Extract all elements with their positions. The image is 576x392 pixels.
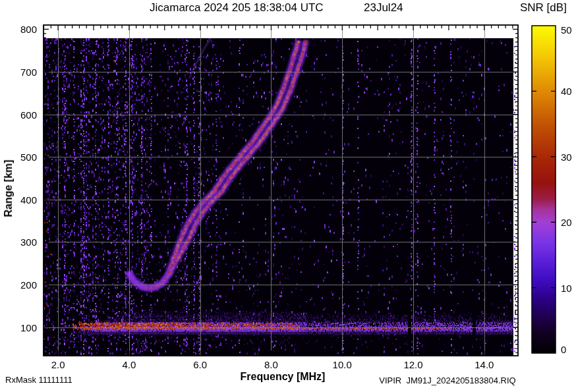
x-tick-label: 4.0 — [122, 360, 136, 370]
colorbar-tick-label: 0 — [561, 345, 566, 354]
x-axis-label: Frequency [MHz] — [241, 372, 326, 382]
colorbar-tick-label: 20 — [561, 217, 572, 227]
date-label: 23Jul24 — [364, 2, 403, 13]
y-tick-label: 500 — [7, 152, 37, 162]
x-tick-label: 10.0 — [333, 360, 352, 370]
rx-mask-label: RxMask 11111111 — [5, 376, 72, 384]
x-tick-label: 8.0 — [264, 360, 278, 370]
y-tick-label: 800 — [7, 24, 37, 34]
page-title: Jicamarca 2024 205 18:38:04 UTC — [150, 2, 324, 13]
x-tick-label: 6.0 — [193, 360, 207, 370]
ionogram-plot-canvas — [0, 0, 576, 392]
colorbar-tick-label: 40 — [561, 86, 572, 96]
x-tick-label: 14.0 — [475, 360, 494, 370]
y-axis-label: Range [km] — [3, 159, 14, 217]
y-tick-label: 700 — [7, 67, 37, 77]
y-tick-label: 600 — [7, 109, 37, 119]
colorbar-tick-label: 50 — [561, 25, 572, 35]
ionogram-panel: Jicamarca 2024 205 18:38:04 UTC 23Jul24 … — [0, 0, 576, 392]
colorbar-tick-label: 10 — [561, 283, 572, 293]
y-tick-label: 100 — [7, 322, 37, 332]
y-tick-label: 200 — [7, 280, 37, 290]
y-tick-label: 300 — [7, 237, 37, 247]
colorbar-tick-label: 30 — [561, 152, 572, 161]
y-tick-label: 400 — [7, 194, 37, 204]
x-tick-label: 12.0 — [403, 360, 422, 370]
file-name-label: VIPIR JM91J_2024205183804.RIQ — [379, 376, 515, 385]
x-tick-label: 2.0 — [51, 360, 65, 370]
colorbar-title: SNR [dB] — [520, 2, 567, 13]
